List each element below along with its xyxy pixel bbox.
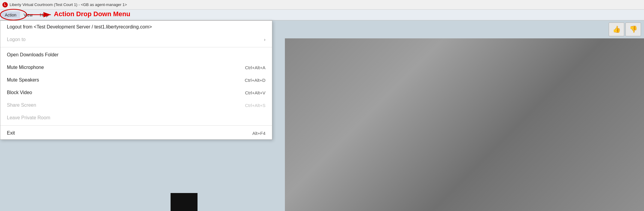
menu-shortcut: Ctrl+Alt+A <box>245 65 265 70</box>
thumbs-up-button[interactable]: 👍 <box>609 22 624 36</box>
submenu-arrow-icon: › <box>264 37 265 42</box>
menu-item-exit[interactable]: ExitAlt+F4 <box>0 127 272 139</box>
menu-item-leave-private-room: Leave Private Room <box>0 111 272 124</box>
menu-item-logon: Logon to› <box>0 33 272 46</box>
menu-item-action[interactable]: Action <box>1 11 20 19</box>
menu-item-label: Block Video <box>7 90 32 95</box>
menu-item-mute-microphone[interactable]: Mute MicrophoneCtrl+Alt+A <box>0 61 272 74</box>
menu-item-block-video[interactable]: Block VideoCtrl+Alt+V <box>0 86 272 99</box>
menu-shortcut: Ctrl+Alt+V <box>245 90 265 95</box>
menu-item-logout[interactable]: Logout from <Test Development Server / t… <box>0 21 272 33</box>
menu-shortcut: Ctrl+Alt+S <box>245 103 265 108</box>
menu-item-label: Leave Private Room <box>7 115 50 120</box>
toolbar: 👍 👎 <box>606 20 644 38</box>
menu-bar: Action View Help Action Drop Down Menu L… <box>0 10 644 20</box>
menu-shortcut: Alt+F4 <box>252 131 265 136</box>
action-dropdown-menu: Logout from <Test Development Server / t… <box>0 20 272 140</box>
app-icon: L <box>2 2 8 7</box>
menu-separator <box>0 47 272 47</box>
menu-item-label: Logout from <Test Development Server / t… <box>7 24 152 30</box>
menu-item-label: Mute Microphone <box>7 65 44 70</box>
thumbs-down-button[interactable]: 👎 <box>625 22 641 36</box>
menu-item-mute-speakers[interactable]: Mute SpeakersCtrl+Alt+D <box>0 74 272 86</box>
menu-separator <box>0 125 272 126</box>
annotation-label: Action Drop Down Menu <box>54 10 130 18</box>
menu-item-open-downloads[interactable]: Open Downloads Folder <box>0 49 272 61</box>
menu-shortcut: Ctrl+Alt+D <box>245 78 265 83</box>
title-bar-text: Liberty Virtual Courtroom (Test Court 1)… <box>10 2 127 7</box>
menu-item-label: Logon to <box>7 37 25 42</box>
menu-item-label: Share Screen <box>7 103 36 108</box>
black-box <box>171 193 198 211</box>
title-bar: L Liberty Virtual Courtroom (Test Court … <box>0 0 644 10</box>
menu-item-label: Exit <box>7 130 15 136</box>
menu-item-label: Mute Speakers <box>7 77 39 83</box>
menu-item-help[interactable]: Help <box>36 11 52 19</box>
menu-item-share-screen: Share ScreenCtrl+Alt+S <box>0 99 272 111</box>
menu-item-label: Open Downloads Folder <box>7 52 59 58</box>
menu-item-view[interactable]: View <box>20 11 36 19</box>
video-area <box>285 38 644 211</box>
